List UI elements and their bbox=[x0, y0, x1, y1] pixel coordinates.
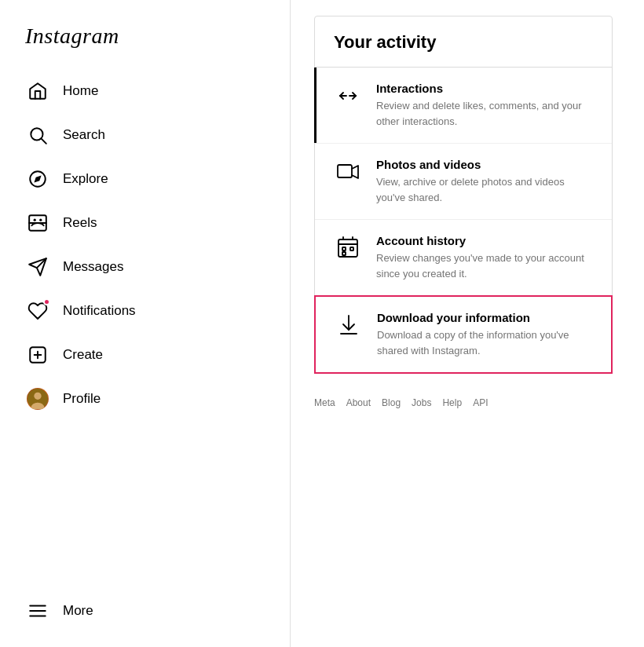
interactions-title: Interactions bbox=[376, 82, 593, 95]
main-content: Your activity Interactions bbox=[291, 0, 644, 647]
svg-rect-18 bbox=[338, 239, 357, 257]
svg-point-12 bbox=[34, 393, 41, 400]
sidebar-item-more[interactable]: More bbox=[19, 590, 274, 631]
activity-item-interactions[interactable]: Interactions Review and delete likes, co… bbox=[315, 68, 612, 144]
account-history-title: Account history bbox=[376, 234, 593, 247]
sidebar-item-notifications[interactable]: Notifications bbox=[19, 291, 274, 331]
download-text: Download your information Download a cop… bbox=[377, 311, 592, 358]
more-icon bbox=[27, 600, 49, 622]
create-icon bbox=[27, 344, 49, 366]
sidebar-item-label-reels: Reels bbox=[63, 215, 97, 231]
interactions-desc: Review and delete likes, comments, and y… bbox=[376, 98, 593, 129]
activity-title: Your activity bbox=[334, 32, 593, 53]
activity-item-account-history[interactable]: Account history Review changes you've ma… bbox=[315, 220, 612, 296]
svg-marker-3 bbox=[34, 175, 41, 182]
download-desc: Download a copy of the information you'v… bbox=[377, 327, 592, 358]
avatar bbox=[27, 388, 49, 410]
svg-rect-22 bbox=[342, 247, 346, 250]
notification-dot bbox=[43, 298, 50, 305]
footer-link-about[interactable]: About bbox=[346, 397, 371, 408]
sidebar-item-label-create: Create bbox=[63, 347, 103, 363]
sidebar-item-label-search: Search bbox=[63, 127, 105, 143]
nav-items: Home Search Explore bbox=[19, 71, 274, 590]
svg-line-1 bbox=[42, 139, 46, 144]
messages-icon bbox=[27, 256, 49, 278]
svg-rect-23 bbox=[350, 247, 353, 250]
sidebar-item-label-profile: Profile bbox=[63, 391, 101, 407]
activity-panel: Your activity Interactions bbox=[314, 16, 613, 374]
download-title: Download your information bbox=[377, 311, 592, 324]
profile-icon bbox=[27, 388, 49, 410]
photos-videos-desc: View, archive or delete photos and video… bbox=[376, 174, 593, 205]
instagram-logo: Instagram bbox=[19, 24, 274, 49]
sidebar-item-explore[interactable]: Explore bbox=[19, 159, 274, 199]
sidebar-item-label-messages: Messages bbox=[63, 259, 123, 275]
photos-videos-icon bbox=[334, 158, 362, 186]
svg-point-5 bbox=[34, 219, 36, 221]
sidebar-item-label-more: More bbox=[63, 603, 93, 619]
activity-list: Interactions Review and delete likes, co… bbox=[315, 68, 612, 374]
sidebar: Instagram Home Search bbox=[0, 0, 291, 647]
sidebar-item-search[interactable]: Search bbox=[19, 115, 274, 155]
footer-link-jobs[interactable]: Jobs bbox=[412, 397, 431, 408]
sidebar-item-profile[interactable]: Profile bbox=[19, 378, 274, 419]
photos-videos-title: Photos and videos bbox=[376, 158, 593, 171]
notifications-icon bbox=[27, 300, 49, 322]
footer-link-meta[interactable]: Meta bbox=[314, 397, 335, 408]
svg-point-6 bbox=[39, 219, 42, 221]
footer-link-help[interactable]: Help bbox=[442, 397, 462, 408]
sidebar-item-home[interactable]: Home bbox=[19, 71, 274, 111]
explore-icon bbox=[27, 168, 49, 190]
sidebar-item-label-home: Home bbox=[63, 83, 98, 99]
account-history-icon bbox=[334, 234, 362, 262]
account-history-desc: Review changes you've made to your accou… bbox=[376, 250, 593, 281]
activity-header: Your activity bbox=[315, 16, 612, 68]
sidebar-item-messages[interactable]: Messages bbox=[19, 247, 274, 287]
search-icon bbox=[27, 124, 49, 146]
reels-icon bbox=[27, 212, 49, 234]
sidebar-item-label-explore: Explore bbox=[63, 171, 108, 187]
svg-rect-17 bbox=[338, 165, 352, 177]
footer-link-api[interactable]: API bbox=[473, 397, 488, 408]
footer-link-blog[interactable]: Blog bbox=[382, 397, 401, 408]
sidebar-item-label-notifications: Notifications bbox=[63, 303, 136, 319]
activity-item-photos-videos[interactable]: Photos and videos View, archive or delet… bbox=[315, 144, 612, 220]
photos-videos-text: Photos and videos View, archive or delet… bbox=[376, 158, 593, 205]
svg-rect-24 bbox=[342, 252, 346, 255]
sidebar-item-create[interactable]: Create bbox=[19, 334, 274, 375]
download-icon bbox=[335, 311, 363, 339]
interactions-text: Interactions Review and delete likes, co… bbox=[376, 82, 593, 129]
activity-item-download[interactable]: Download your information Download a cop… bbox=[314, 295, 613, 374]
interactions-icon bbox=[334, 82, 362, 110]
footer-links: Meta About Blog Jobs Help API bbox=[314, 397, 620, 408]
account-history-text: Account history Review changes you've ma… bbox=[376, 234, 593, 281]
home-icon bbox=[27, 80, 49, 102]
active-indicator bbox=[314, 68, 317, 143]
sidebar-item-reels[interactable]: Reels bbox=[19, 203, 274, 243]
